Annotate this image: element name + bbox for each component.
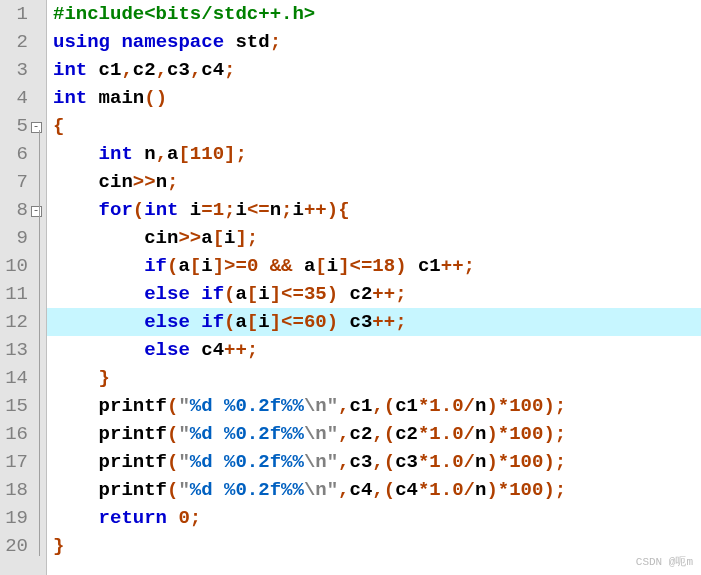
token: ( (167, 479, 178, 501)
token: %d %0.2f%% (190, 479, 304, 501)
token: <= (247, 199, 270, 221)
token: ); (543, 451, 566, 473)
token: * (498, 479, 509, 501)
token (110, 31, 121, 53)
code-line[interactable]: else if(a[i]<=35) c2++; (47, 280, 701, 308)
token: * (418, 451, 429, 473)
token: , (338, 479, 349, 501)
line-number: 2 (0, 31, 28, 53)
token: , (121, 59, 132, 81)
token: a (293, 255, 316, 277)
token: , (156, 59, 167, 81)
token: cin (53, 171, 133, 193)
token: * (498, 423, 509, 445)
token: [ (247, 311, 258, 333)
fold-toggle-icon[interactable]: - (30, 120, 42, 133)
code-line[interactable]: for(int i=1;i<=n;i++){ (47, 196, 701, 224)
token: " (178, 451, 189, 473)
token: ; (167, 171, 178, 193)
code-line[interactable]: if(a[i]>=0 && a[i]<=18) c1++; (47, 252, 701, 280)
token: 100 (509, 423, 543, 445)
code-line[interactable]: printf("%d %0.2f%%\n",c4,(c4*1.0/n)*100)… (47, 476, 701, 504)
code-line[interactable]: else if(a[i]<=60) c3++; (47, 308, 701, 336)
token: n (133, 143, 156, 165)
token: 1.0 (429, 451, 463, 473)
token: ,( (372, 451, 395, 473)
token: { (53, 115, 64, 137)
code-line[interactable]: using namespace std; (47, 28, 701, 56)
code-line[interactable]: printf("%d %0.2f%%\n",c3,(c3*1.0/n)*100)… (47, 448, 701, 476)
token: c3 (350, 451, 373, 473)
token: c2 (338, 283, 372, 305)
code-area[interactable]: #include<bits/stdc++.h>using namespace s… (47, 0, 701, 575)
token: \n" (304, 423, 338, 445)
code-line[interactable]: return 0; (47, 504, 701, 532)
code-editor[interactable]: 12345-678-91011121314151617181920 #inclu… (0, 0, 701, 575)
token: 1.0 (429, 423, 463, 445)
code-line[interactable]: printf("%d %0.2f%%\n",c1,(c1*1.0/n)*100)… (47, 392, 701, 420)
token: n (475, 479, 486, 501)
token: ]; (224, 143, 247, 165)
token: int (53, 59, 87, 81)
token: ); (543, 423, 566, 445)
code-line[interactable]: } (47, 532, 701, 560)
code-line[interactable]: printf("%d %0.2f%%\n",c2,(c2*1.0/n)*100)… (47, 420, 701, 448)
token: \n" (304, 451, 338, 473)
line-number: 13 (0, 339, 28, 361)
token: #include<bits/stdc++.h> (53, 3, 315, 25)
token: else (144, 339, 190, 361)
token: 35 (304, 283, 327, 305)
line-number: 18 (0, 479, 28, 501)
token: cin (53, 227, 178, 249)
token: ) (486, 423, 497, 445)
token: c2 (350, 423, 373, 445)
line-number: 16 (0, 423, 28, 445)
token: else (144, 311, 190, 333)
token: i (201, 255, 212, 277)
line-number: 17 (0, 451, 28, 473)
line-number: 4 (0, 87, 28, 109)
token: 1 (213, 199, 224, 221)
token: * (498, 395, 509, 417)
fold-toggle-icon[interactable]: - (30, 204, 42, 217)
token: / (464, 451, 475, 473)
token: ++ (372, 311, 395, 333)
token: * (418, 423, 429, 445)
token: int (144, 199, 178, 221)
line-number: 19 (0, 507, 28, 529)
token: = (201, 199, 212, 221)
token: } (99, 367, 110, 389)
token: 100 (509, 395, 543, 417)
token: ,( (372, 479, 395, 501)
code-line[interactable]: int c1,c2,c3,c4; (47, 56, 701, 84)
token: ( (167, 423, 178, 445)
token (53, 367, 99, 389)
token (53, 311, 144, 333)
token: () (144, 87, 167, 109)
token: / (464, 423, 475, 445)
line-number: 11 (0, 283, 28, 305)
line-number: 10 (0, 255, 28, 277)
token: <= (281, 283, 304, 305)
code-line[interactable]: cin>>n; (47, 168, 701, 196)
token: ] (270, 311, 281, 333)
token: ++ (441, 255, 464, 277)
token: c1 (407, 255, 441, 277)
code-line[interactable]: { (47, 112, 701, 140)
token: ( (224, 311, 235, 333)
token: i (178, 199, 201, 221)
token: 100 (509, 479, 543, 501)
token: ( (167, 395, 178, 417)
code-line[interactable]: cin>>a[i]; (47, 224, 701, 252)
token: if (201, 283, 224, 305)
token: %d %0.2f%% (190, 423, 304, 445)
code-line[interactable]: #include<bits/stdc++.h> (47, 0, 701, 28)
code-line[interactable]: int main() (47, 84, 701, 112)
token: , (338, 395, 349, 417)
token: ,( (372, 395, 395, 417)
token: i (235, 199, 246, 221)
code-line[interactable]: else c4++; (47, 336, 701, 364)
code-line[interactable]: int n,a[110]; (47, 140, 701, 168)
code-line[interactable]: } (47, 364, 701, 392)
line-number: 5 (0, 115, 28, 137)
